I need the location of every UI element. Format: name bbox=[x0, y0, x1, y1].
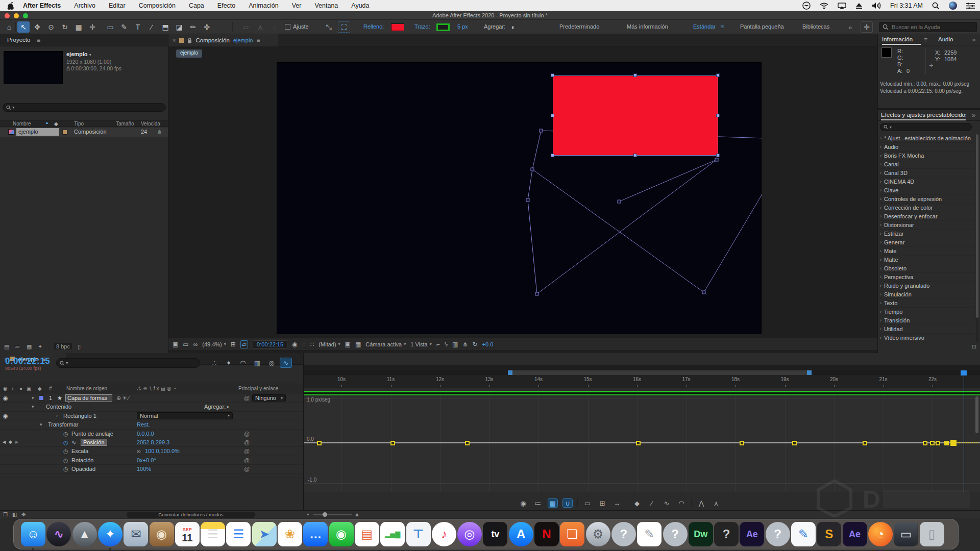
apple-menu-icon[interactable] bbox=[7, 2, 14, 10]
property-value[interactable]: 0.0,0.0 bbox=[137, 431, 154, 437]
dock-app-messages[interactable]: … bbox=[303, 522, 328, 546]
stopwatch-icon[interactable]: ◷ bbox=[63, 448, 68, 455]
frame-blending-icon[interactable]: ▥ bbox=[251, 358, 263, 368]
effect-category-v-deo-inmersivo[interactable]: ›Vídeo inmersivo bbox=[878, 334, 975, 342]
property-row-escala[interactable]: ◷Escala100.0,100.0%∞@ bbox=[0, 447, 303, 456]
effects-search-input[interactable] bbox=[893, 123, 968, 131]
dock-app-dreamweaver[interactable]: Dw bbox=[689, 522, 713, 546]
project-item-name[interactable]: ejemplo bbox=[16, 128, 59, 136]
index-column[interactable]: # bbox=[49, 386, 52, 391]
orbit-tool[interactable]: ↻ bbox=[59, 21, 71, 33]
pan-behind-tool[interactable]: ✛ bbox=[86, 21, 99, 33]
menu-item-archivo[interactable]: Archivo bbox=[74, 2, 95, 9]
add-shape-icon[interactable]: ◐ bbox=[227, 404, 230, 410]
grid-guides-icon[interactable]: ⊞ bbox=[231, 341, 236, 348]
layer-duration-bar[interactable] bbox=[304, 391, 980, 395]
linear-icon[interactable]: ∕ bbox=[647, 498, 657, 508]
source-name-column[interactable]: Nombre de origen bbox=[66, 386, 107, 391]
dock-app-after-effects[interactable]: Ae bbox=[843, 522, 867, 546]
dock-app-notes[interactable]: ☰ bbox=[201, 522, 225, 546]
close-tab-icon[interactable]: × bbox=[173, 37, 176, 43]
dock-app-maps[interactable]: ➤ bbox=[252, 522, 277, 546]
workspace-pantalla-peque-a[interactable]: Pantalla pequeña bbox=[740, 23, 784, 30]
property-row-rect-ngulo-1[interactable]: ◉›Rectángulo 1Normal▾ bbox=[0, 412, 303, 420]
spotlight-icon[interactable] bbox=[932, 2, 940, 10]
brush-tool[interactable]: ∕ bbox=[145, 21, 158, 33]
effect-category-tiempo[interactable]: ›Tiempo bbox=[878, 308, 975, 316]
timeline-navigator-bar[interactable] bbox=[304, 370, 980, 375]
shape-layer-rectangle[interactable] bbox=[553, 76, 718, 156]
dock-app-pages[interactable]: ✎ bbox=[791, 522, 816, 546]
clone-stamp-tool[interactable]: ⬒ bbox=[159, 21, 172, 33]
timeline-zoom-slider[interactable]: ▲ ▲ bbox=[306, 512, 359, 517]
zoom-slider-knob[interactable] bbox=[323, 512, 327, 517]
motion-path-keyframe[interactable] bbox=[618, 200, 621, 203]
current-time-indicator-handle[interactable] bbox=[961, 370, 967, 375]
toggle-switches-modes-button[interactable]: Conmutar definidores / modos bbox=[127, 512, 255, 518]
new-composition-icon[interactable]: ▦ bbox=[27, 343, 32, 350]
marquee-options-icon[interactable]: ⛶ bbox=[338, 21, 350, 33]
selection-handle[interactable] bbox=[633, 73, 637, 77]
effect-category-estilizar[interactable]: ›Estilizar bbox=[878, 230, 975, 238]
keyframe[interactable] bbox=[930, 441, 935, 445]
effect-category-texto[interactable]: ›Texto bbox=[878, 299, 975, 308]
choose-graph-type-icon[interactable]: ◉ bbox=[518, 498, 528, 508]
keyframe[interactable] bbox=[863, 441, 867, 445]
selection-handle[interactable] bbox=[716, 73, 720, 77]
roto-brush-tool[interactable]: ✏ bbox=[187, 21, 199, 33]
rectangle-tool[interactable]: ▭ bbox=[104, 21, 116, 33]
camera-tool[interactable]: ▦ bbox=[72, 21, 85, 33]
stopwatch-icon[interactable]: ◷ bbox=[63, 466, 68, 472]
dock-app-unknown-app-3[interactable]: ? bbox=[714, 522, 739, 546]
previous-keyframe-icon[interactable]: ◀ bbox=[3, 440, 6, 444]
dock-app-firefox[interactable]: ◔ bbox=[868, 522, 893, 546]
snap-icon[interactable]: ∪ bbox=[562, 498, 573, 508]
keyframe[interactable] bbox=[923, 441, 927, 445]
keyframe[interactable] bbox=[390, 441, 395, 445]
help-search-input[interactable] bbox=[892, 24, 968, 30]
navigator-start-handle[interactable] bbox=[508, 370, 512, 375]
keyframe[interactable] bbox=[465, 441, 470, 445]
dock-app-calendar[interactable]: SEP11 bbox=[175, 522, 200, 546]
motion-path-keyframe[interactable] bbox=[535, 292, 538, 295]
add-shape-icon[interactable]: ◐ bbox=[509, 21, 518, 33]
effect-category-mate[interactable]: ›Mate bbox=[878, 247, 975, 256]
menu-item-composici-n[interactable]: Composición bbox=[139, 2, 176, 9]
layer-name[interactable]: Capa de formas 1 bbox=[65, 394, 112, 402]
timeline-search-field[interactable]: ▾ bbox=[56, 358, 200, 368]
selection-handle[interactable] bbox=[716, 114, 720, 117]
label-column-icon[interactable]: ◆ bbox=[38, 386, 42, 391]
primary-viewer-icon[interactable]: ▭ bbox=[183, 341, 188, 348]
effect-category-matte[interactable]: ›Matte bbox=[878, 256, 975, 264]
view-layout-dropdown[interactable]: 1 Vista▾ bbox=[410, 341, 431, 347]
effect-category-controles-de-expresi-n[interactable]: ›Controles de expresión bbox=[878, 195, 975, 204]
property-row-punto-de-anclaje[interactable]: ◷Punto de anclaje0.0,0.0@ bbox=[0, 430, 303, 438]
effect-category-obsoleto[interactable]: ›Obsoleto bbox=[878, 264, 975, 273]
menu-item-ayuda[interactable]: Ayuda bbox=[351, 2, 369, 9]
exposure-reset-icon[interactable]: ϟ bbox=[445, 341, 448, 348]
current-timecode[interactable]: 0:00:22:15 bbox=[5, 356, 50, 366]
dock-app-unknown-app-4[interactable]: ? bbox=[766, 522, 790, 546]
graph-editor-icon[interactable]: ∿ bbox=[280, 358, 292, 368]
dock-app-music[interactable]: ♪ bbox=[432, 522, 456, 546]
refresh-icon[interactable]: ↻ bbox=[472, 341, 477, 348]
layer-parent-dropdown[interactable]: Ninguno▾ bbox=[252, 394, 286, 402]
time-ruler[interactable]: 10s11s12s13s14s15s16s17s18s19s20s21s22s bbox=[304, 375, 980, 388]
dock-app-numbers-chart[interactable]: ▂▅▇ bbox=[380, 522, 405, 546]
effect-category-cinema-4d[interactable]: ›CINEMA 4D bbox=[878, 178, 975, 186]
effect-category-transici-n[interactable]: ›Transición bbox=[878, 316, 975, 325]
graph-overlay-icon[interactable]: ∿ bbox=[71, 439, 76, 446]
project-item-row[interactable]: ejemplo Composición 24 ⋔ bbox=[0, 128, 168, 137]
show-grid-icon[interactable]: ▦ bbox=[548, 498, 558, 508]
current-time-indicator[interactable] bbox=[964, 370, 965, 492]
zoom-tool[interactable]: ⊙ bbox=[45, 21, 57, 33]
selection-handle[interactable] bbox=[551, 73, 554, 77]
stroke-color-swatch[interactable] bbox=[436, 23, 450, 31]
dock-app-reminders[interactable]: ☰ bbox=[226, 522, 251, 546]
next-keyframe-icon[interactable]: ▶ bbox=[15, 440, 18, 444]
fit-selection-icon[interactable]: ⊞ bbox=[597, 498, 607, 508]
help-search-field[interactable] bbox=[879, 22, 977, 32]
value-graph-line[interactable] bbox=[304, 442, 980, 443]
workspace-predeterminado[interactable]: Predeterminado bbox=[559, 23, 599, 30]
menu-item-animaci-n[interactable]: Animación bbox=[249, 2, 278, 9]
